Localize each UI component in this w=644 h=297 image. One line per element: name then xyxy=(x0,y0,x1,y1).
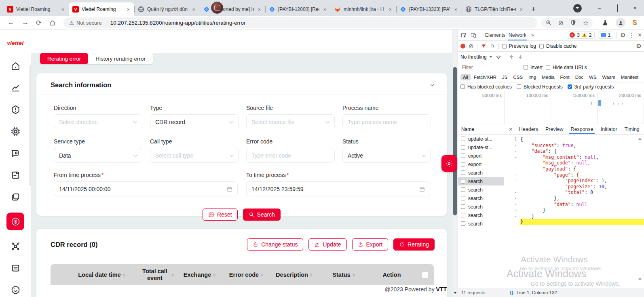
browser-tab[interactable]: [PAYBI-13323] [PAY× xyxy=(396,2,462,16)
browser-tab[interactable]: VViettel Roaming× xyxy=(69,2,134,16)
select-direction[interactable]: Select direction xyxy=(54,114,142,129)
sorter-icon[interactable] xyxy=(353,273,355,277)
request-row[interactable]: search xyxy=(458,169,504,177)
profile-avatar-icon[interactable] xyxy=(616,18,625,27)
request-row[interactable]: search xyxy=(458,185,504,194)
select-type[interactable]: CDR record xyxy=(150,114,239,129)
date-input-from[interactable]: 14/11/2025 00:00:00 xyxy=(54,181,238,196)
search-panel-header[interactable]: Search information xyxy=(36,73,447,95)
browser-tab[interactable]: [PAYBI-12000] [Rec× xyxy=(265,2,331,16)
browser-tab[interactable]: VViettel Roaming× xyxy=(3,2,69,16)
blocked-icon[interactable]: ⊘ xyxy=(558,19,564,27)
filter-chip-ws[interactable]: WS xyxy=(587,74,599,80)
network-timeline[interactable]: 50000 ms100000 ms150000 ms200000 ms xyxy=(458,91,644,124)
sidebar-item-alert[interactable] xyxy=(6,103,24,116)
filter-chip-js[interactable]: JS xyxy=(500,74,510,80)
new-tab-button[interactable]: + xyxy=(531,5,536,14)
update-button[interactable]: Update xyxy=(308,238,346,251)
import-har-icon[interactable] xyxy=(509,54,514,60)
forward-icon[interactable]: → xyxy=(22,19,29,27)
sidebar-item-list[interactable] xyxy=(6,262,24,274)
filter-chip-font[interactable]: Font xyxy=(558,74,572,80)
network-conditions-icon[interactable] xyxy=(495,54,502,60)
disable-cache-checkbox[interactable]: Disable cache xyxy=(539,43,576,49)
flask-icon[interactable] xyxy=(602,19,608,26)
column-header-total-call-event[interactable]: Total call event xyxy=(139,264,175,285)
export-button[interactable]: Export xyxy=(352,238,388,251)
filter-chip-css[interactable]: CSS xyxy=(511,74,525,80)
3rd-party-requests-checkbox[interactable]: 3rd-party requests xyxy=(568,84,614,90)
column-header-error-code[interactable]: Error code xyxy=(224,264,268,285)
request-row[interactable]: search xyxy=(458,202,504,211)
device-toolbar-icon[interactable] xyxy=(470,32,477,38)
search-button[interactable]: Search xyxy=(243,209,281,221)
s-extension-icon[interactable]: S xyxy=(632,19,637,26)
request-row[interactable]: search xyxy=(458,194,504,202)
response-tab-headers[interactable]: Headers xyxy=(516,124,541,134)
sidebar-item-doc[interactable] xyxy=(6,169,24,181)
close-icon[interactable]: × xyxy=(257,6,262,13)
settings-fab-button[interactable] xyxy=(441,155,457,172)
filter-chip-all[interactable]: All xyxy=(460,74,471,80)
clear-icon[interactable]: ⊘ xyxy=(469,42,474,50)
column-header-exchange[interactable]: Exchange xyxy=(175,264,224,285)
filter-chip-doc[interactable]: Doc xyxy=(573,74,586,80)
bookmark-star-icon[interactable]: ☆ xyxy=(583,19,589,27)
scrollbar-thumb[interactable] xyxy=(453,67,457,215)
sidebar-item-dollar[interactable]: $ xyxy=(6,213,24,230)
close-icon[interactable]: × xyxy=(388,6,393,13)
filter-chip-wasm[interactable]: Wasm xyxy=(600,74,618,80)
more-tabs-icon[interactable]: » xyxy=(531,32,534,38)
sidebar-item-phone[interactable] xyxy=(6,284,24,296)
format-braces-icon[interactable]: {} xyxy=(510,290,513,295)
response-viewer[interactable]: 1{- "success": true,- "data": {- "msg_co… xyxy=(504,135,644,288)
blocked-requests-checkbox[interactable]: Blocked Requests xyxy=(517,84,563,90)
name-column-header[interactable]: Name xyxy=(458,124,504,135)
close-icon[interactable]: × xyxy=(191,6,196,13)
column-header-local-date-time[interactable]: Local date time xyxy=(64,264,139,285)
header-settings-box[interactable] xyxy=(422,272,428,278)
request-row[interactable]: search xyxy=(458,177,504,185)
select-source-file[interactable]: Select source file xyxy=(246,114,335,129)
change-status-button[interactable]: Change status xyxy=(247,238,303,251)
filter-chip-other[interactable]: Other xyxy=(642,74,644,80)
sidebar-scrollbar[interactable] xyxy=(30,65,31,186)
minimize-button[interactable]: – xyxy=(591,5,608,11)
filter-funnel-icon[interactable] xyxy=(481,43,487,49)
sidebar-item-folder[interactable] xyxy=(6,191,24,203)
date-input-to[interactable]: 14/12/2025 23:59:59 xyxy=(246,181,430,196)
devtools-tab-network[interactable]: Network xyxy=(507,29,528,40)
close-icon[interactable]: × xyxy=(519,6,524,13)
devtools-close-icon[interactable]: × xyxy=(638,32,642,39)
response-tab-response[interactable]: Response xyxy=(567,124,596,134)
extension-icon[interactable] xyxy=(573,4,582,13)
issues-badges[interactable]: ×3 2 xyxy=(567,32,594,39)
url-text[interactable]: 10.207.252.135:8200/roaming-app/utilitie… xyxy=(110,20,246,26)
devtools-menu-icon[interactable]: ⋮ xyxy=(629,32,635,38)
close-icon[interactable]: × xyxy=(60,6,65,13)
zoom-icon[interactable] xyxy=(545,19,552,26)
sidebar-item-chip[interactable] xyxy=(6,125,24,137)
scroll-down-arrow[interactable] xyxy=(638,278,642,280)
sorter-icon[interactable] xyxy=(261,273,263,277)
request-row[interactable]: export xyxy=(458,160,504,169)
devtools-settings-icon[interactable]: ⚙ xyxy=(620,32,625,39)
maximize-button[interactable] xyxy=(608,5,626,11)
sidebar-item-chart[interactable] xyxy=(6,82,24,94)
browser-tab[interactable]: [Reported by me] Is× xyxy=(200,2,265,16)
filter-chip-manifest[interactable]: Manifest xyxy=(619,74,641,80)
shield-icon[interactable] xyxy=(570,19,576,26)
reload-icon[interactable]: ⟳ xyxy=(36,19,42,27)
select-call-type[interactable]: Select call type xyxy=(150,148,239,163)
back-icon[interactable]: ← xyxy=(8,19,15,27)
sidebar-item-nodes[interactable] xyxy=(6,240,24,252)
close-icon[interactable]: × xyxy=(322,6,327,13)
sorter-icon[interactable] xyxy=(171,273,174,277)
home-icon[interactable] xyxy=(49,19,56,26)
close-icon[interactable]: × xyxy=(453,6,458,13)
response-tab-preview[interactable]: Preview xyxy=(542,124,566,134)
network-settings-icon[interactable]: ⚙ xyxy=(636,42,642,50)
record-icon[interactable] xyxy=(460,44,465,48)
security-label[interactable]: Not secure xyxy=(76,20,102,26)
has-blocked-cookies-checkbox[interactable]: Has blocked cookies xyxy=(460,84,512,90)
